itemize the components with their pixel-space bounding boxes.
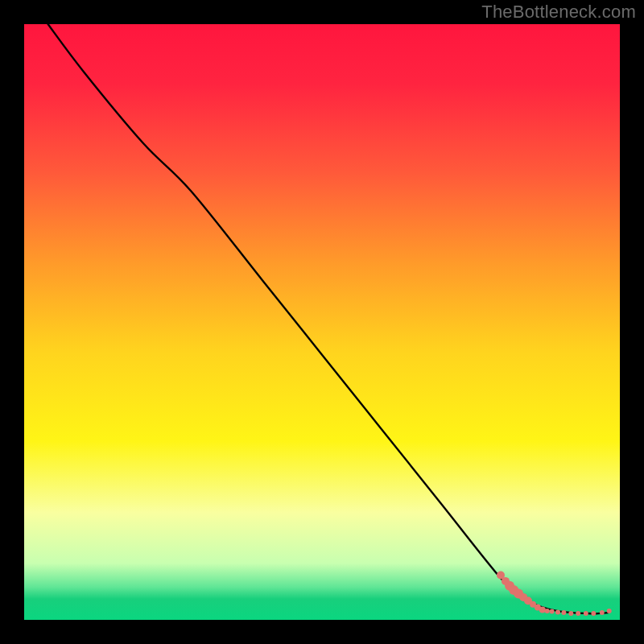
data-point (550, 609, 555, 614)
data-point (555, 609, 560, 614)
gradient-background (24, 24, 620, 620)
chart-svg (24, 24, 620, 620)
data-point (576, 611, 580, 616)
data-point (584, 611, 588, 616)
data-point (591, 611, 596, 616)
data-point (568, 611, 573, 616)
chart-stage: TheBottleneck.com (0, 0, 644, 644)
data-point (539, 606, 546, 613)
plot-area (24, 24, 620, 620)
data-point (607, 609, 612, 613)
watermark-text: TheBottleneck.com (481, 2, 636, 23)
data-point (600, 610, 605, 615)
data-point (561, 610, 566, 615)
data-point (545, 609, 550, 613)
